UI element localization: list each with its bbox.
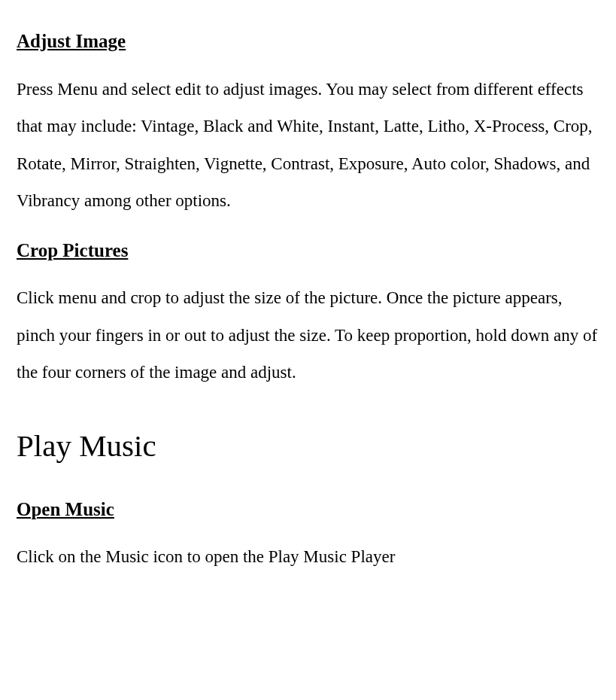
- play-music-title: Play Music: [17, 391, 604, 479]
- spacer: [17, 220, 604, 226]
- adjust-image-body: Press Menu and select edit to adjust ima…: [17, 62, 604, 220]
- crop-pictures-heading: Crop Pictures: [17, 226, 604, 271]
- open-music-body: Click on the Music icon to open the Play…: [17, 529, 604, 575]
- spacer: [17, 479, 604, 485]
- adjust-image-heading: Adjust Image: [17, 17, 604, 62]
- open-music-heading: Open Music: [17, 485, 604, 530]
- crop-pictures-body: Click menu and crop to adjust the size o…: [17, 270, 604, 391]
